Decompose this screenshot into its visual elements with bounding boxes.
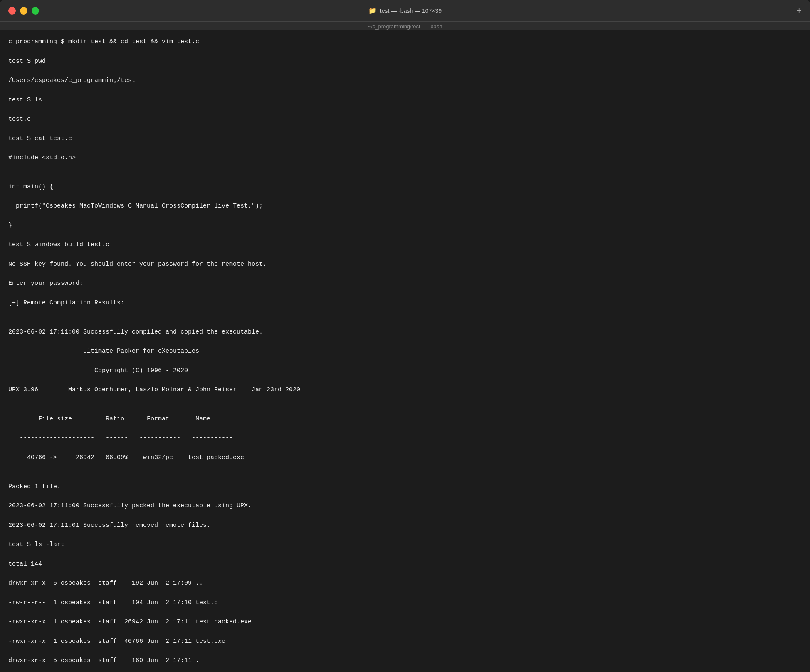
prompt-line: test $ ls xyxy=(8,95,802,105)
output-line: -rwxr-xr-x 1 cspeakes staff 26942 Jun 2 … xyxy=(8,617,802,627)
output-line: Copyright (C) 1996 - 2020 xyxy=(8,366,802,376)
output-line: /Users/cspeakes/c_programming/test xyxy=(8,76,802,85)
output-line: Ultimate Packer for eXecutables xyxy=(8,346,802,356)
output-line: drwxr-xr-x 6 cspeakes staff 192 Jun 2 17… xyxy=(8,578,802,588)
output-line: -------------------- ------ ----------- … xyxy=(8,433,802,443)
output-line: drwxr-xr-x 5 cspeakes staff 160 Jun 2 17… xyxy=(8,656,802,665)
titlebar: 📁 test — -bash — 107×39 + xyxy=(0,0,810,22)
minimize-button[interactable] xyxy=(20,7,27,15)
output-line: File size Ratio Format Name xyxy=(8,414,802,424)
output-line: #include <stdio.h> xyxy=(8,153,802,163)
new-tab-button[interactable]: + xyxy=(796,5,802,16)
traffic-lights xyxy=(8,7,39,15)
title-label: test — -bash — 107×39 xyxy=(380,7,442,14)
prompt-line: test $ windows_build test.c xyxy=(8,240,802,250)
prompt-line: c_programming $ mkdir test && cd test &&… xyxy=(8,37,802,47)
output-line: -rwxr-xr-x 1 cspeakes staff 40766 Jun 2 … xyxy=(8,637,802,646)
output-line: 40766 -> 26942 66.09% win32/pe test_pack… xyxy=(8,453,802,462)
folder-icon: 📁 xyxy=(368,7,377,15)
output-line: int main() { xyxy=(8,182,802,192)
prompt-line: test $ cat test.c xyxy=(8,134,802,143)
output-line: 2023-06-02 17:11:00 Successfully compile… xyxy=(8,327,802,337)
output-line: UPX 3.96 Markus Oberhumer, Laszlo Molnar… xyxy=(8,385,802,395)
window-title: 📁 test — -bash — 107×39 xyxy=(368,7,442,15)
output-line: -rw-r--r-- 1 cspeakes staff 104 Jun 2 17… xyxy=(8,598,802,608)
maximize-button[interactable] xyxy=(32,7,39,15)
output-line: Packed 1 file. xyxy=(8,482,802,492)
output-line: 2023-06-02 17:11:00 Successfully packed … xyxy=(8,501,802,511)
output-line: total 144 xyxy=(8,559,802,569)
window-subtitle: ~/c_programming/test — -bash xyxy=(0,22,810,30)
output-line: } xyxy=(8,221,802,230)
output-line: Enter your password: xyxy=(8,279,802,288)
output-line: 2023-06-02 17:11:01 Successfully removed… xyxy=(8,521,802,530)
close-button[interactable] xyxy=(8,7,16,15)
terminal-window: 📁 test — -bash — 107×39 + ~/c_programmin… xyxy=(0,0,810,672)
output-line: test.c xyxy=(8,114,802,124)
output-line: No SSH key found. You should enter your … xyxy=(8,259,802,269)
prompt-line: test $ pwd xyxy=(8,57,802,66)
prompt-line: test $ ls -lart xyxy=(8,540,802,549)
output-line: printf("Cspeakes MacToWindows C Manual C… xyxy=(8,201,802,211)
output-line: [+] Remote Compilation Results: xyxy=(8,298,802,308)
terminal-body[interactable]: c_programming $ mkdir test && cd test &&… xyxy=(0,30,810,672)
